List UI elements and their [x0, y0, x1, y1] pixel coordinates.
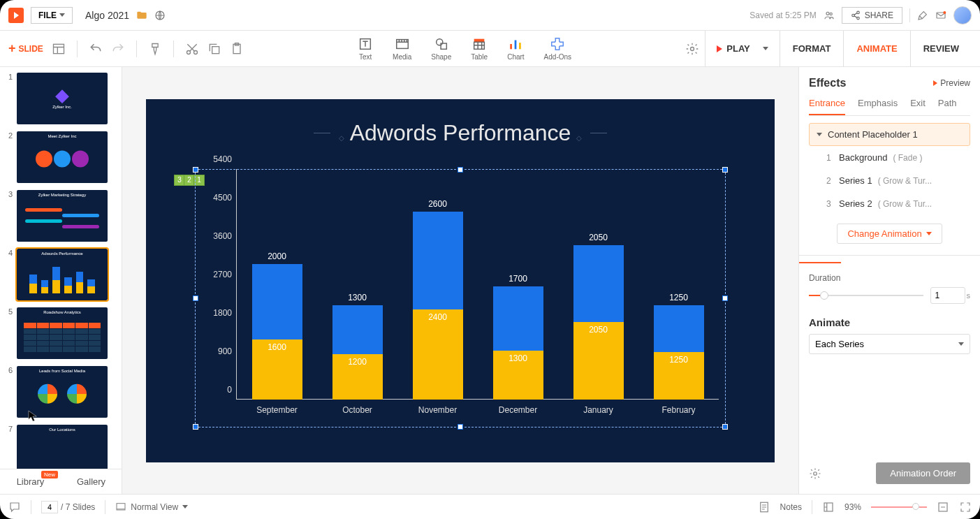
format-tab[interactable]: FORMAT	[780, 31, 844, 67]
table-icon	[471, 36, 487, 52]
slider-thumb[interactable]	[820, 291, 828, 300]
resize-handle[interactable]	[193, 424, 198, 430]
animate-tab[interactable]: ANIMATE	[843, 31, 909, 67]
undo-icon[interactable]	[89, 42, 103, 56]
effects-panel: Effects Preview Entrance Emphasis Exit P…	[798, 67, 980, 494]
app-window: FILE Algo 2021 Saved at 5:25 PM SHARE SL…	[0, 0, 980, 519]
copy-icon[interactable]	[207, 42, 221, 56]
animate-select[interactable]: Each Series	[809, 334, 970, 354]
play-button[interactable]: PLAY	[705, 31, 779, 67]
duration-input[interactable]	[930, 287, 965, 304]
preview-button[interactable]: Preview	[933, 78, 970, 88]
animate-section-label: Animate	[809, 316, 970, 328]
resize-handle[interactable]	[722, 167, 728, 173]
resize-handle[interactable]	[722, 424, 728, 430]
svg-point-5	[856, 17, 859, 20]
add-slide-button[interactable]: SLIDE	[8, 41, 43, 56]
chevron-down-icon	[958, 342, 964, 346]
file-menu-button[interactable]: FILE	[31, 7, 73, 24]
slide-counter: / 7 Slides	[41, 501, 95, 513]
chevron-down-icon	[817, 133, 822, 136]
panel-title: Effects	[809, 77, 846, 89]
insert-table-button[interactable]: Table	[471, 36, 488, 61]
resize-handle[interactable]	[458, 424, 463, 430]
svg-point-2	[830, 13, 832, 15]
chart-icon	[508, 36, 523, 52]
svg-point-3	[856, 11, 859, 13]
slide-thumb-7[interactable]: 7 Our Locations	[4, 425, 117, 469]
topbar: FILE Algo 2021 Saved at 5:25 PM SHARE	[0, 0, 980, 31]
redo-icon[interactable]	[111, 42, 125, 56]
svg-point-4	[851, 14, 854, 17]
folder-icon[interactable]	[136, 10, 147, 21]
anim-item-series2[interactable]: 3 Series 2 ( Grow & Tur...	[809, 192, 970, 215]
share-button[interactable]: SHARE	[842, 7, 902, 24]
anim-item-background[interactable]: 1 Background ( Fade )	[809, 146, 970, 169]
layout-icon[interactable]	[52, 42, 66, 56]
slide-thumb-3[interactable]: 3 Zylker Marketing Strategy	[4, 190, 117, 242]
collaborators-icon[interactable]	[824, 10, 835, 21]
duration-slider[interactable]	[809, 295, 923, 296]
brush-icon[interactable]	[917, 10, 928, 21]
view-icon	[115, 502, 126, 513]
text-icon	[358, 36, 373, 52]
anim-item-placeholder[interactable]: Content Placeholder 1	[809, 123, 970, 146]
document-name[interactable]: Algo 2021	[85, 10, 129, 21]
slide-thumb-4[interactable]: 4 Adwords Performance	[4, 249, 117, 300]
change-animation-button[interactable]: Change Animation	[837, 224, 942, 244]
library-tab[interactable]: LibraryNew	[0, 469, 61, 494]
format-painter-icon[interactable]	[148, 42, 162, 56]
insert-media-button[interactable]: Media	[393, 36, 411, 61]
svg-point-16	[436, 39, 442, 45]
animation-order-button[interactable]: Animation Order	[876, 462, 970, 484]
notes-icon[interactable]	[758, 501, 770, 513]
emphasis-tab[interactable]: Emphasis	[858, 98, 898, 115]
app-logo-icon[interactable]	[8, 8, 24, 23]
resize-handle[interactable]	[722, 295, 728, 301]
fit-icon[interactable]	[822, 501, 835, 513]
svg-point-7	[943, 11, 946, 14]
current-slide-input[interactable]	[41, 501, 58, 513]
svg-rect-11	[212, 46, 219, 53]
entrance-tab[interactable]: Entrance	[809, 98, 845, 115]
y-axis: 090018002700360045005400	[209, 169, 237, 400]
globe-icon[interactable]	[154, 10, 166, 21]
zoom-slider[interactable]	[871, 506, 927, 508]
duration-label: Duration	[809, 273, 970, 283]
exit-tab[interactable]: Exit	[910, 98, 926, 115]
canvas-area[interactable]: Adwords Performance 3 2 1	[122, 67, 798, 494]
insert-addons-button[interactable]: Add-Ons	[544, 36, 571, 61]
slide-thumb-1[interactable]: 1 Zylker Inc.	[4, 73, 117, 124]
addons-icon	[550, 36, 565, 52]
zoom-thumb[interactable]	[912, 503, 919, 510]
resize-handle[interactable]	[193, 295, 198, 301]
path-tab[interactable]: Path	[938, 98, 957, 115]
slide-list[interactable]: 1 Zylker Inc. 2 Meet Zylker Inc 3 Zylker…	[0, 67, 122, 469]
svg-point-1	[826, 12, 829, 15]
user-avatar[interactable]	[953, 6, 972, 24]
view-selector[interactable]: Normal View	[115, 502, 188, 513]
anim-item-series1[interactable]: 2 Series 1 ( Grow & Tur...	[809, 169, 970, 192]
insert-chart-button[interactable]: Chart	[507, 36, 524, 61]
resize-handle[interactable]	[193, 167, 198, 173]
gallery-tab[interactable]: Gallery	[61, 469, 122, 494]
comments-icon[interactable]	[8, 501, 21, 513]
review-tab[interactable]: REVIEW	[910, 31, 972, 67]
insert-shape-button[interactable]: Shape	[431, 36, 451, 61]
chart[interactable]: 090018002700360045005400 16002000Septemb…	[209, 169, 719, 421]
gear-icon[interactable]	[809, 467, 821, 480]
slide-thumb-5[interactable]: 5 Roadshow Analytics	[4, 307, 117, 359]
slide-title: Adwords Performance	[146, 99, 775, 146]
settings-gear-icon[interactable]	[685, 42, 699, 56]
chart-bars: 16002000September12001300October24002600…	[237, 169, 719, 400]
slide-thumb-2[interactable]: 2 Meet Zylker Inc	[4, 131, 117, 183]
insert-text-button[interactable]: Text	[358, 36, 373, 61]
slide-canvas[interactable]: Adwords Performance 3 2 1	[146, 99, 775, 462]
paste-icon[interactable]	[230, 42, 244, 56]
zoom-out-icon[interactable]	[937, 501, 949, 513]
fullscreen-icon[interactable]	[959, 501, 972, 513]
slide-thumb-6[interactable]: 6 Leads from Social Media	[4, 366, 117, 418]
notes-label[interactable]: Notes	[780, 502, 802, 512]
mail-icon[interactable]	[935, 10, 946, 21]
cut-icon[interactable]	[185, 42, 199, 56]
